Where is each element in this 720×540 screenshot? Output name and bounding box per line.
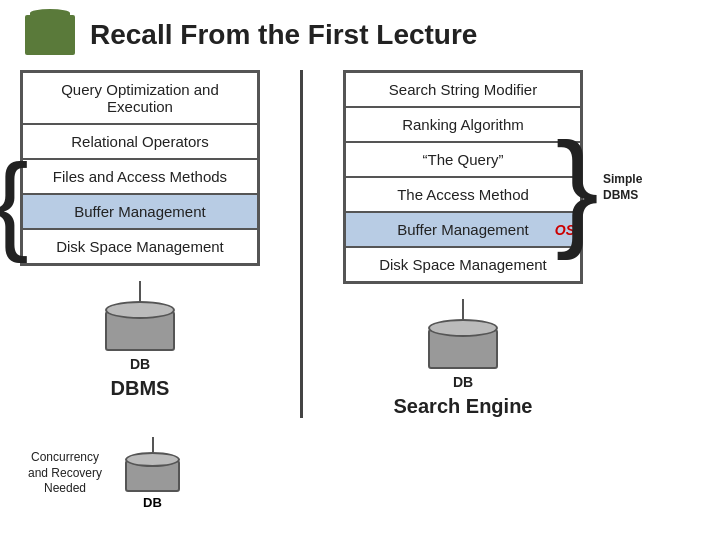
se-connector-line	[462, 299, 464, 319]
university-logo	[25, 15, 75, 55]
simple-dbms-label: Simple DBMS	[603, 172, 663, 203]
left-brace-icon: {	[0, 122, 29, 282]
right-brace-icon: }	[556, 95, 599, 280]
dbms-column-label: DBMS	[111, 377, 170, 400]
main-content: { Query Optimization and Execution Relat…	[0, 70, 720, 418]
se-row-search-string: Search String Modifier	[345, 72, 581, 107]
search-engine-box: Search String Modifier Ranking Algorithm…	[343, 70, 583, 284]
concurrency-label: Concurrency and Recovery Needed	[20, 450, 110, 497]
se-row-disk-space: Disk Space Management	[345, 247, 581, 282]
concurrency-cylinder-top	[125, 452, 180, 467]
right-brace-container: } Simple DBMS	[556, 95, 663, 280]
dbms-row-disk-space: Disk Space Management	[22, 229, 258, 264]
logo-area	[20, 10, 80, 60]
se-row-buffer-mgmt: Buffer Management OS	[345, 212, 581, 247]
concurrency-db-diagram: DB	[125, 437, 180, 510]
dbms-row-relational-ops: Relational Operators	[22, 124, 258, 159]
page-title: Recall From the First Lecture	[90, 19, 477, 51]
concurrency-line	[152, 437, 154, 452]
se-row-access-method: The Access Method	[345, 177, 581, 212]
dbms-db-label: DB	[130, 356, 150, 372]
page-header: Recall From the First Lecture	[0, 0, 720, 70]
concurrency-db-label: DB	[143, 495, 162, 510]
dbms-db-diagram: DB DBMS	[20, 281, 260, 400]
se-row-ranking: Ranking Algorithm	[345, 107, 581, 142]
dbms-row-buffer-mgmt: Buffer Management	[22, 194, 258, 229]
concurrency-section: Concurrency and Recovery Needed DB	[20, 437, 180, 510]
dbms-cylinder	[105, 301, 175, 351]
se-cylinder-top	[428, 319, 498, 337]
concurrency-cylinder	[125, 452, 180, 492]
dbms-row-files-access: Files and Access Methods	[22, 159, 258, 194]
se-cylinder	[428, 319, 498, 369]
dbms-row-query-opt: Query Optimization and Execution	[22, 72, 258, 124]
se-column-label: Search Engine	[394, 395, 533, 418]
dbms-box: Query Optimization and Execution Relatio…	[20, 70, 260, 266]
dbms-connector-line	[139, 281, 141, 301]
search-engine-section: Search String Modifier Ranking Algorithm…	[343, 70, 583, 418]
search-engine-table: Search String Modifier Ranking Algorithm…	[343, 70, 583, 418]
se-db-diagram: DB Search Engine	[343, 299, 583, 418]
dbms-table: Query Optimization and Execution Relatio…	[20, 70, 260, 400]
se-db-label: DB	[453, 374, 473, 390]
se-row-the-query: “The Query”	[345, 142, 581, 177]
dbms-cylinder-top	[105, 301, 175, 319]
vertical-divider	[300, 70, 303, 418]
